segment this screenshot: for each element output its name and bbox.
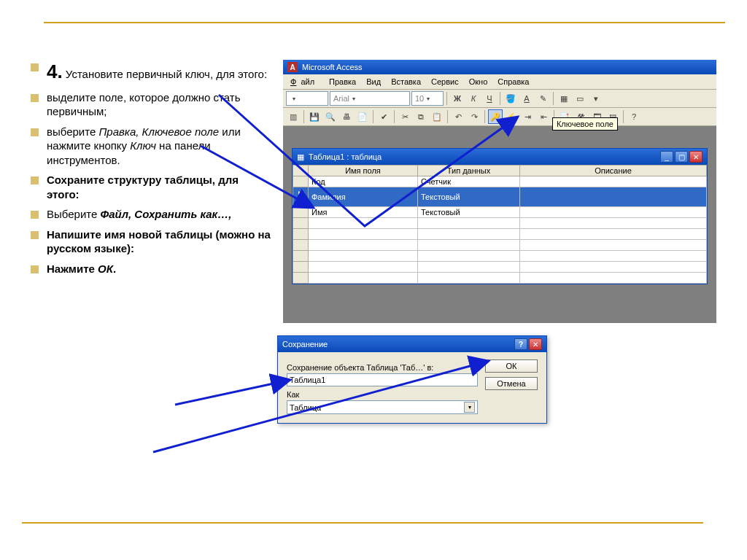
cell-name[interactable] — [309, 240, 418, 251]
menu-window[interactable]: Окно — [465, 76, 492, 88]
font-color-icon[interactable]: A — [519, 91, 534, 106]
cell-type[interactable] — [418, 273, 520, 284]
cell-type[interactable] — [418, 251, 520, 262]
border-icon[interactable]: ▭ — [573, 91, 587, 106]
col-type: Тип данных — [418, 166, 520, 176]
grid-icon[interactable]: ▦ — [557, 91, 571, 106]
row-header[interactable] — [293, 251, 309, 262]
cell-name[interactable] — [309, 251, 418, 262]
print-icon[interactable]: 🖶 — [339, 109, 354, 124]
bullet-4: Сохраните структуру таблицы, для этого: — [31, 173, 271, 201]
table-row[interactable] — [293, 229, 707, 240]
row-header[interactable] — [293, 207, 309, 218]
row-header[interactable]: ▶🔑 — [293, 187, 309, 207]
maximize-icon[interactable]: ▢ — [675, 151, 688, 163]
help-button-icon[interactable]: ? — [514, 338, 527, 350]
cell-name[interactable]: Имя — [309, 207, 418, 218]
design-grid[interactable]: Имя поля Тип данных Описание КодСчетчик▶… — [293, 165, 707, 284]
cell-desc[interactable] — [520, 207, 707, 218]
table-row[interactable]: КодСчетчик — [293, 176, 707, 187]
cancel-button[interactable]: Отмена — [485, 377, 538, 390]
cell-type[interactable] — [418, 240, 520, 251]
menu-help[interactable]: Справка — [493, 76, 533, 88]
bullet-7: Нажмите ОК. — [31, 262, 271, 276]
cell-desc[interactable] — [520, 251, 707, 262]
table-row[interactable] — [293, 273, 707, 284]
cell-name[interactable] — [309, 218, 418, 229]
row-header[interactable] — [293, 176, 309, 187]
undo-icon[interactable]: ↶ — [451, 109, 465, 124]
paste-icon[interactable]: 📋 — [430, 109, 444, 124]
bullet-5: Выберите Файл, Сохранить как…, — [31, 207, 271, 222]
cut-icon[interactable]: ✂ — [398, 109, 412, 124]
file-search-icon[interactable]: 🔍 — [323, 109, 338, 124]
save-as-type-select[interactable]: Таблица ▾ — [287, 400, 478, 414]
menu-edit[interactable]: Правка — [325, 76, 360, 88]
ok-button[interactable]: ОК — [485, 359, 538, 373]
view-icon[interactable]: ▥ — [286, 109, 301, 124]
cell-type[interactable] — [418, 218, 520, 229]
menu-service[interactable]: Сервис — [427, 76, 463, 88]
cell-type[interactable] — [418, 229, 520, 240]
menu-view[interactable]: Вид — [362, 76, 385, 88]
cell-type[interactable] — [418, 262, 520, 273]
minimize-icon[interactable]: _ — [660, 151, 673, 163]
table-row[interactable]: ИмяТекстовый — [293, 207, 707, 218]
help-icon[interactable]: ? — [627, 109, 641, 124]
table-row[interactable]: ▶🔑ФамилияТекстовый — [293, 187, 707, 207]
row-header[interactable] — [293, 218, 309, 229]
primary-key-icon[interactable]: 🔑 — [488, 109, 503, 124]
delete-row-icon[interactable]: ⇤ — [536, 109, 551, 124]
cell-desc[interactable] — [520, 262, 707, 273]
size-combo[interactable]: 10▾ — [411, 91, 444, 106]
cell-desc[interactable] — [520, 240, 707, 251]
dialog-close-icon[interactable]: ✕ — [529, 338, 542, 350]
cell-desc[interactable] — [520, 218, 707, 229]
cell-name[interactable] — [309, 262, 418, 273]
cell-type[interactable]: Текстовый — [418, 187, 520, 207]
row-header[interactable] — [293, 240, 309, 251]
save-name-input[interactable]: Таблица1 — [287, 373, 478, 386]
table-row[interactable] — [293, 251, 707, 262]
indexes-icon[interactable]: ⚡ — [504, 109, 519, 124]
underline-icon[interactable]: Ч — [482, 91, 497, 106]
bold-icon[interactable]: Ж — [450, 91, 465, 106]
chevron-down-icon: ▾ — [464, 402, 475, 413]
copy-icon[interactable]: ⧉ — [414, 109, 428, 124]
format-toolbar: ▾ Arial▾ 10▾ Ж К Ч 🪣 A ✎ ▦ ▭ ▾ — [283, 90, 716, 108]
cell-desc[interactable] — [520, 273, 707, 284]
row-header[interactable] — [293, 273, 309, 284]
cell-name[interactable]: Код — [309, 176, 418, 187]
row-header[interactable] — [293, 229, 309, 240]
object-combo[interactable]: ▾ — [286, 91, 328, 106]
cell-desc[interactable] — [520, 187, 707, 207]
spell-icon[interactable]: ✔ — [376, 109, 391, 124]
menu-file[interactable]: Файл — [286, 76, 323, 88]
font-combo[interactable]: Arial▾ — [330, 91, 410, 106]
more-icon[interactable]: ▾ — [589, 91, 603, 106]
redo-icon[interactable]: ↷ — [467, 109, 481, 124]
table-row[interactable] — [293, 218, 707, 229]
cell-desc[interactable] — [520, 176, 707, 187]
close-icon[interactable]: ✕ — [689, 151, 703, 163]
preview-icon[interactable]: 📄 — [355, 109, 370, 124]
cell-name[interactable] — [309, 229, 418, 240]
save-icon[interactable]: 💾 — [307, 109, 322, 124]
menu-insert[interactable]: Вставка — [387, 76, 425, 88]
bullet-6: Напишите имя новой таблицы (можно на рус… — [31, 228, 271, 256]
save-as-label: Как — [287, 390, 478, 399]
cell-type[interactable]: Текстовый — [418, 207, 520, 218]
table-row[interactable] — [293, 262, 707, 273]
col-name: Имя поля — [309, 166, 418, 176]
line-color-icon[interactable]: ✎ — [535, 91, 550, 106]
cell-type[interactable]: Счетчик — [418, 176, 520, 187]
fill-color-icon[interactable]: 🪣 — [503, 91, 518, 106]
table-row[interactable] — [293, 240, 707, 251]
cell-desc[interactable] — [520, 229, 707, 240]
cell-name[interactable]: Фамилия — [309, 187, 418, 207]
insert-row-icon[interactable]: ⇥ — [520, 109, 535, 124]
step-number: 4. — [47, 61, 63, 82]
cell-name[interactable] — [309, 273, 418, 284]
row-header[interactable] — [293, 262, 309, 273]
italic-icon[interactable]: К — [466, 91, 481, 106]
